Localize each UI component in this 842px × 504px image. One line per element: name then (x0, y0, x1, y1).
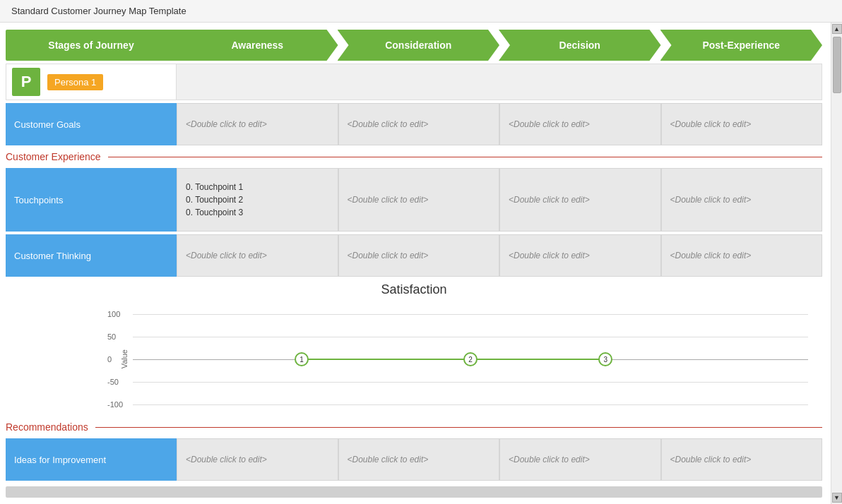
scroll-down-button[interactable]: ▼ (832, 493, 842, 503)
window-title: Standard Customer Journey Map Template (0, 0, 842, 23)
chart-node-1[interactable]: 1 (295, 352, 309, 366)
customer-goals-col2[interactable]: <Double click to edit> (338, 103, 500, 145)
stage-post-experience: Post-Experience (660, 30, 823, 61)
customer-goals-col4[interactable]: <Double click to edit> (661, 103, 823, 145)
touchpoint-1: 0. Touchpoint 1 (186, 182, 243, 192)
persona-content (177, 64, 822, 100)
touchpoints-col3[interactable]: <Double click to edit> (499, 168, 661, 232)
touchpoints-row: Touchpoints 0. Touchpoint 1 0. Touchpoin… (6, 168, 822, 232)
customer-thinking-row: Customer Thinking <Double click to edit>… (6, 234, 822, 277)
customer-thinking-label: Customer Thinking (6, 234, 177, 277)
recommendations-divider: Recommendations (6, 421, 822, 433)
customer-thinking-col2[interactable]: <Double click to edit> (338, 234, 500, 277)
persona-row: P Persona 1 (6, 64, 822, 100)
main-content: Stages of Journey Awareness Consideratio… (0, 23, 842, 504)
customer-experience-label: Customer Experience (6, 151, 101, 162)
vertical-scrollbar[interactable]: ▲ ▼ (831, 23, 842, 504)
chart-title: Satisfaction (6, 282, 822, 297)
y-label-n50: -50 (107, 378, 119, 386)
persona-icon: P (12, 68, 40, 96)
y-label-50: 50 (107, 332, 116, 341)
recommendations-label: Recommendations (6, 421, 88, 433)
y-label-100: 100 (107, 310, 120, 318)
customer-experience-divider: Customer Experience (6, 151, 822, 162)
touchpoints-col4[interactable]: <Double click to edit> (661, 168, 823, 232)
touchpoints-label: Touchpoints (6, 168, 177, 232)
satisfaction-section: Satisfaction Value 100 50 0 -50 (6, 282, 822, 416)
chart-y-label: Value (119, 349, 130, 368)
customer-thinking-col1[interactable]: <Double click to edit> (177, 234, 338, 277)
customer-goals-col1[interactable]: <Double click to edit> (177, 103, 338, 145)
customer-goals-col3[interactable]: <Double click to edit> (499, 103, 661, 145)
touchpoint-3: 0. Touchpoint 3 (186, 208, 243, 217)
ideas-col4[interactable]: <Double click to edit> (661, 438, 823, 481)
scroll-thumb[interactable] (833, 37, 841, 93)
persona-cell: P Persona 1 (6, 64, 177, 100)
persona-name: Persona 1 (47, 74, 103, 90)
customer-goals-label: Customer Goals (6, 103, 177, 145)
horizontal-scrollbar[interactable] (6, 486, 822, 498)
ideas-col1[interactable]: <Double click to edit> (177, 438, 338, 481)
y-label-n100: -100 (107, 400, 123, 409)
recommendations-line (95, 427, 822, 428)
ideas-col3[interactable]: <Double click to edit> (499, 438, 661, 481)
stage-consideration: Consideration (338, 30, 500, 61)
y-label-0: 0 (107, 355, 112, 364)
customer-goals-row: Customer Goals <Double click to edit> <D… (6, 103, 822, 145)
stage-label: Stages of Journey (6, 30, 177, 61)
chart-node-2[interactable]: 2 (463, 352, 478, 366)
touchpoint-2: 0. Touchpoint 2 (186, 195, 243, 205)
scroll-area[interactable]: Stages of Journey Awareness Consideratio… (0, 23, 831, 504)
chart-node-3[interactable]: 3 (598, 352, 612, 366)
ideas-col2[interactable]: <Double click to edit> (338, 438, 500, 481)
ideas-row: Ideas for Improvement <Double click to e… (6, 438, 822, 481)
customer-thinking-col3[interactable]: <Double click to edit> (499, 234, 661, 277)
stage-decision: Decision (499, 30, 661, 61)
customer-experience-line (108, 157, 822, 157)
scroll-up-button[interactable]: ▲ (832, 24, 842, 34)
stage-awareness: Awareness (177, 30, 338, 61)
customer-thinking-col4[interactable]: <Double click to edit> (661, 234, 823, 277)
stages-row: Stages of Journey Awareness Consideratio… (6, 30, 822, 61)
ideas-label: Ideas for Improvement (6, 438, 177, 481)
touchpoints-col1[interactable]: 0. Touchpoint 1 0. Touchpoint 2 0. Touch… (177, 168, 338, 232)
touchpoints-col2[interactable]: <Double click to edit> (338, 168, 500, 232)
